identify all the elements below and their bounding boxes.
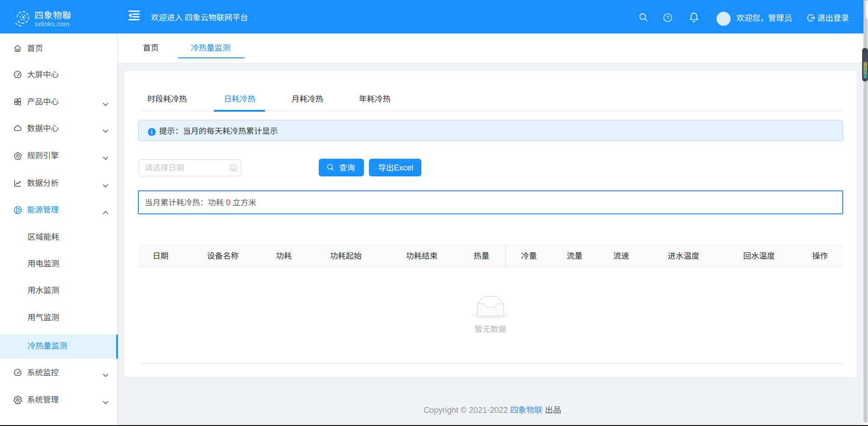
svg-text:?: ? [666, 15, 669, 20]
